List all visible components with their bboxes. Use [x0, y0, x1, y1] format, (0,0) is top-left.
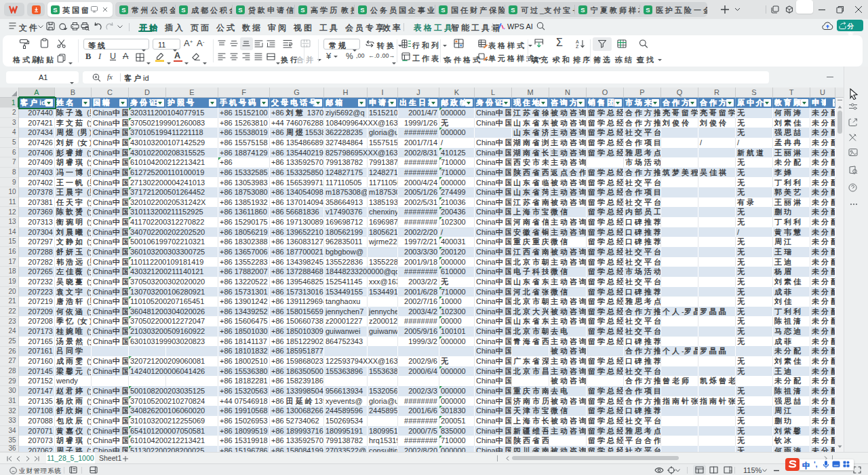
svg-text:A: A — [576, 39, 579, 44]
svg-text:fx: fx — [107, 73, 113, 81]
svg-text:Z: Z — [576, 44, 579, 48]
